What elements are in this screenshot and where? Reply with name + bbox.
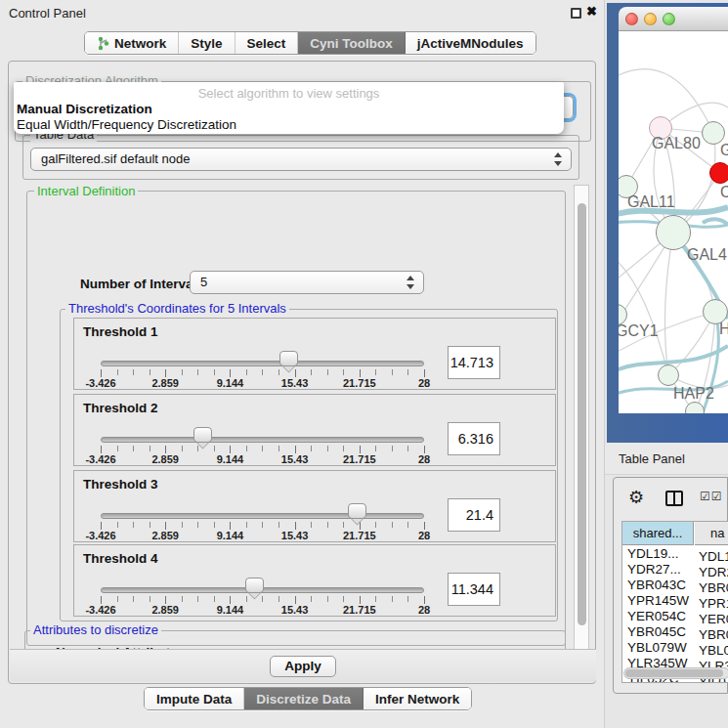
table-data-selected-value: galFiltered.sif default node — [41, 151, 190, 166]
threshold-3-slider-track[interactable] — [101, 513, 424, 519]
scale-tick-label: 28 — [418, 604, 430, 616]
network-node[interactable] — [656, 215, 691, 250]
node-label-gal4: GAL4 — [687, 246, 727, 264]
threshold-2-slider-track[interactable] — [101, 437, 424, 443]
table-panel: ⚙ ☑☑ shared... na YDL19...YDL1 YDR27...Y… — [613, 477, 728, 694]
cell-shared-name: YBR043C — [622, 578, 694, 592]
settings-scrollbar[interactable] — [574, 185, 589, 650]
threshold-panel-1: Threshold 1 -3.426 2.859 9.144 15.43 21.… — [73, 318, 556, 390]
float-window-icon[interactable] — [571, 8, 581, 19]
scale-tick-label: 2.859 — [151, 453, 179, 465]
number-of-intervals-label: Number of Intervals — [80, 277, 204, 291]
threshold-1-label: Threshold 1 — [83, 324, 158, 339]
slider-major-ticks — [101, 596, 425, 604]
table-row[interactable]: YDL19...YDL1 — [622, 546, 728, 562]
network-node-selected[interactable] — [709, 162, 728, 184]
scale-tick-label: 15.43 — [281, 377, 309, 389]
control-panel-title: Control Panel — [9, 6, 86, 21]
cyni-mode-tabbar: Impute Data Discretize Data Infer Networ… — [144, 687, 472, 710]
table-row[interactable]: YBL079WYBL0 — [622, 640, 728, 656]
interval-definition-group-title: Interval Definition — [34, 185, 138, 198]
table-row[interactable]: YBR045CYBR0 — [622, 624, 728, 640]
number-of-intervals-select[interactable]: 5 — [190, 271, 424, 294]
settings-scrollbar-thumb[interactable] — [578, 203, 586, 625]
cyni-toolbox-panel: Discretization Algorithm Table Data galF… — [8, 61, 596, 684]
node-label-gal80: GAL80 — [652, 135, 701, 152]
threshold-panel-3: Threshold 3 -3.426 2.859 9.144 15.43 21.… — [73, 470, 556, 542]
threshold-2-label: Threshold 2 — [83, 401, 158, 415]
table-row[interactable]: YPR145WYPR1 — [622, 593, 728, 609]
threshold-4-label: Threshold 4 — [83, 551, 158, 566]
control-panel-tabbar: Network Style Select Cyni Toolbox jActiv… — [84, 31, 536, 55]
application-root: Control Panel ✖ Network Style Select Cyn… — [0, 0, 728, 728]
table-row[interactable]: YBR043CYBR0 — [622, 578, 728, 593]
scale-tick-label: -3.426 — [85, 530, 115, 541]
table-row[interactable]: YDR27...YDR2 — [622, 562, 728, 578]
threshold-1-value-field[interactable]: 14.713 — [448, 346, 500, 379]
table-horizontal-scrollbar-thumb[interactable] — [625, 669, 723, 677]
tab-jactivemnodules[interactable]: jActiveMNodules — [406, 32, 535, 54]
node-attribute-table: shared... na YDL19...YDL1 YDR27...YDR2 Y… — [621, 521, 728, 683]
apply-button[interactable]: Apply — [270, 656, 336, 677]
slider-major-ticks — [101, 446, 425, 453]
table-panel-toolbar: ⚙ ☑☑ — [614, 478, 728, 519]
scale-tick-label: 15.43 — [281, 530, 309, 541]
tab-cyni-toolbox-label: Cyni Toolbox — [310, 36, 393, 51]
threshold-1-slider-track[interactable] — [101, 361, 424, 366]
tab-infer-network[interactable]: Infer Network — [364, 688, 471, 709]
table-row[interactable]: YER054CYER0 — [622, 609, 728, 624]
cell-shared-name: YBR045C — [622, 624, 694, 639]
tab-impute-data[interactable]: Impute Data — [145, 688, 244, 709]
threshold-2-slider-thumb[interactable] — [193, 427, 210, 452]
table-data-select[interactable]: galFiltered.sif default node — [30, 148, 572, 171]
slider-major-ticks — [101, 369, 425, 377]
cell-shared-name: YPR145W — [622, 593, 694, 608]
node-label-cut: C — [720, 184, 728, 201]
table-horizontal-scrollbar[interactable] — [623, 667, 728, 679]
scale-tick-label: -3.426 — [85, 377, 115, 389]
node-label-cut: GA — [720, 142, 728, 159]
column-header-shared-name[interactable]: shared... — [622, 522, 694, 545]
cell-shared-name: YER054C — [622, 609, 694, 623]
network-canvas[interactable]: GAL80 GA C GAL11 GAL4 GCY1 H HAP2 — [619, 31, 728, 413]
threshold-4-slider-thumb[interactable] — [245, 578, 262, 603]
node-label-gcy1: GCY1 — [619, 322, 659, 340]
scale-tick-label: 9.144 — [217, 604, 244, 616]
network-window-titlebar[interactable] — [619, 7, 728, 31]
scale-tick-label: 9.144 — [217, 530, 244, 541]
algorithm-option-equal-width[interactable]: Equal Width/Frequency Discretization — [17, 117, 236, 132]
column-header-name[interactable]: na — [695, 522, 728, 545]
table-panel-titlebar: Table Panel — [605, 443, 728, 475]
scale-tick-label: 21.715 — [343, 530, 376, 541]
minimize-traffic-light[interactable] — [644, 13, 657, 25]
checkbox-icons[interactable]: ☑☑ — [700, 490, 723, 503]
tab-impute-data-label: Impute Data — [156, 692, 232, 707]
maximize-traffic-light[interactable] — [663, 13, 675, 25]
gear-icon[interactable]: ⚙ — [628, 487, 644, 508]
threshold-3-slider-thumb[interactable] — [348, 503, 364, 529]
node-label-gal11: GAL11 — [627, 193, 675, 211]
threshold-3-value-field[interactable]: 21.4 — [448, 498, 500, 532]
close-icon[interactable]: ✖ — [586, 4, 597, 19]
tab-discretize-data[interactable]: Discretize Data — [244, 688, 364, 709]
tab-network[interactable]: Network — [85, 32, 179, 54]
split-view-icon[interactable] — [665, 491, 683, 506]
number-of-intervals-value: 5 — [200, 275, 207, 289]
threshold-1-slider-thumb[interactable] — [279, 351, 296, 376]
threshold-2-value-field[interactable]: 6.316 — [448, 422, 500, 455]
settings-scroll-area: Interval Definition Number of Intervals … — [15, 185, 589, 650]
tab-cyni-toolbox[interactable]: Cyni Toolbox — [298, 32, 406, 54]
threshold-4-value-field[interactable]: 11.344 — [448, 573, 500, 606]
threshold-panel-4: Threshold 4 -3.426 2.859 9.144 15.43 21.… — [73, 544, 556, 617]
table-rows: YDL19...YDL1 YDR27...YDR2 YBR043CYBR0 YP… — [622, 546, 728, 683]
scale-tick-label: 15.43 — [281, 604, 309, 616]
close-traffic-light[interactable] — [625, 13, 638, 25]
network-view-window[interactable]: GAL80 GA C GAL11 GAL4 GCY1 H HAP2 — [607, 3, 728, 443]
slider-major-ticks — [101, 522, 425, 530]
algorithm-option-manual[interactable]: Manual Discretization — [17, 102, 152, 116]
algorithm-popup-hint: Select algorithm to view settings — [14, 86, 564, 101]
tab-network-label: Network — [114, 36, 166, 51]
tab-style[interactable]: Style — [179, 32, 235, 54]
tab-select[interactable]: Select — [236, 32, 299, 54]
network-node[interactable] — [658, 364, 679, 386]
